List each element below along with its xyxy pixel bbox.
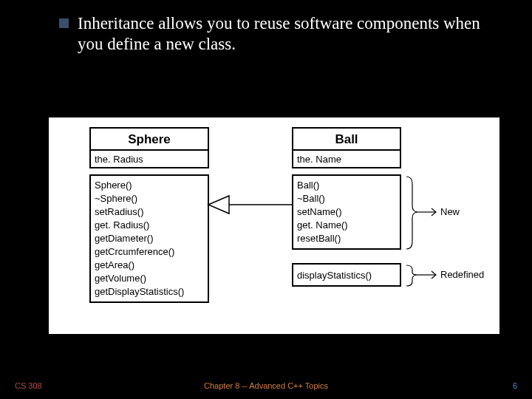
svg-text:Ball(): Ball() bbox=[297, 180, 319, 191]
svg-text:getCrcumference(): getCrcumference() bbox=[95, 246, 174, 257]
svg-text:displayStatistics(): displayStatistics() bbox=[297, 270, 372, 281]
class-ball-attr: the. Name bbox=[297, 154, 341, 165]
slide-footer: CS 308 Chapter 8 -- Advanced C++ Topics … bbox=[0, 381, 532, 390]
brace-new: New bbox=[406, 177, 460, 249]
svg-text:get. Radius(): get. Radius() bbox=[95, 219, 149, 231]
bullet-icon bbox=[59, 18, 69, 28]
svg-text:~Sphere(): ~Sphere() bbox=[95, 193, 137, 204]
class-ball: Ball the. Name Ball() ~Ball() setName() … bbox=[293, 128, 400, 286]
svg-text:getDisplayStatistics(): getDisplayStatistics() bbox=[95, 286, 184, 297]
brace-redefined: Redefined bbox=[406, 265, 484, 286]
svg-text:Sphere(): Sphere() bbox=[95, 180, 132, 191]
svg-text:getVolume(): getVolume() bbox=[95, 273, 146, 284]
svg-marker-23 bbox=[208, 196, 229, 214]
svg-text:setName(): setName() bbox=[297, 206, 342, 217]
class-sphere-attr: the. Radius bbox=[95, 154, 143, 165]
body-text: Inheritance allows you to reuse software… bbox=[78, 13, 488, 54]
footer-page: 6 bbox=[349, 381, 517, 390]
uml-diagram: Sphere the. Radius Sphere() ~Sphere() se… bbox=[49, 117, 499, 334]
svg-text:~Ball(): ~Ball() bbox=[297, 193, 325, 204]
slide: Inheritance allows you to reuse software… bbox=[0, 0, 532, 399]
svg-text:resetBall(): resetBall() bbox=[297, 233, 341, 244]
inheritance-arrow bbox=[208, 196, 293, 214]
body-text-block: Inheritance allows you to reuse software… bbox=[59, 13, 488, 54]
svg-text:getDiameter(): getDiameter() bbox=[95, 233, 153, 244]
svg-text:get. Name(): get. Name() bbox=[297, 219, 348, 231]
footer-chapter: Chapter 8 -- Advanced C++ Topics bbox=[183, 381, 350, 390]
class-sphere: Sphere the. Radius Sphere() ~Sphere() se… bbox=[90, 128, 208, 302]
svg-text:getArea(): getArea() bbox=[95, 259, 134, 270]
class-ball-title: Ball bbox=[335, 132, 358, 146]
class-sphere-title: Sphere bbox=[128, 132, 171, 146]
footer-course: CS 308 bbox=[15, 381, 183, 390]
annotation-new: New bbox=[440, 206, 460, 217]
annotation-redefined: Redefined bbox=[440, 269, 484, 280]
svg-text:setRadius(): setRadius() bbox=[95, 206, 143, 217]
